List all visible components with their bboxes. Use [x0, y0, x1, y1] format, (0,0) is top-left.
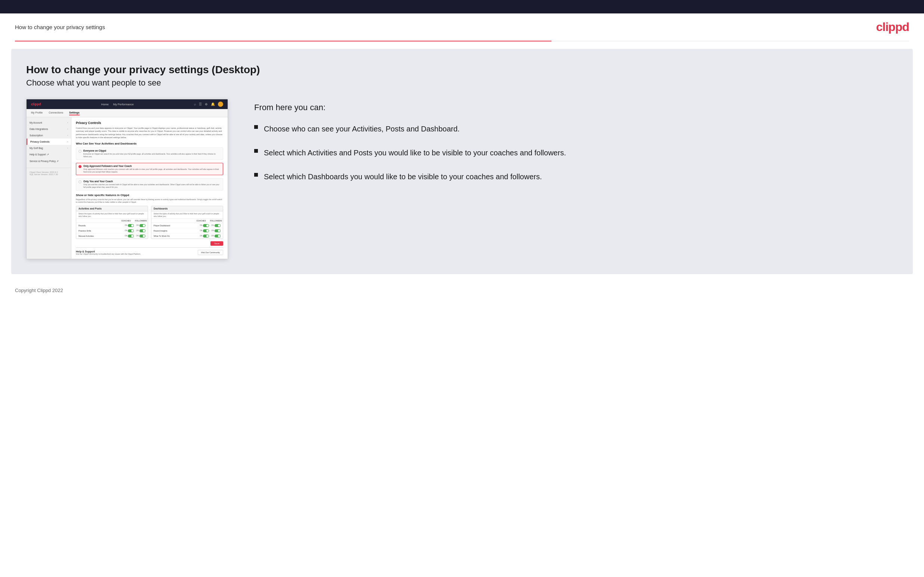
community-button[interactable]: Visit Our Community — [198, 250, 223, 255]
radio-everyone[interactable]: Everyone on Clippd Everyone on Clippd ca… — [76, 148, 223, 160]
app-main-panel: Privacy Controls Control how you and you… — [71, 117, 228, 259]
what-to-work-label: What To Work On — [153, 235, 170, 237]
activities-col-header: Activities and Posts — [76, 206, 148, 211]
what-followers-switch[interactable] — [215, 235, 221, 237]
player-followers-switch[interactable] — [215, 224, 221, 227]
sidebar-label-golfbag: My Golf Bag — [29, 147, 43, 149]
sidebar-label-privacy-policy: Service & Privacy Policy ↗ — [29, 160, 59, 163]
rounds-label: Rounds — [79, 224, 86, 227]
radio-only-you[interactable]: Only You and Your Coach Only you and the… — [76, 178, 223, 190]
sidebar-label-account: My Account — [29, 121, 42, 124]
app-nav-performance[interactable]: My Performance — [113, 103, 134, 106]
app-nav-home[interactable]: Home — [101, 103, 109, 106]
content-columns: clippd Home My Performance ⌕ ☰ ⊕ 🔔 — [26, 99, 898, 259]
activities-col-desc: Select the types of activity that you'd … — [76, 211, 148, 219]
manual-coaches-switch[interactable] — [128, 235, 134, 237]
dashboards-col-labels: COACHES FOLLOWERS — [151, 219, 223, 223]
page-subheading: Choose what you want people to see — [26, 78, 898, 88]
subnav-settings[interactable]: Settings — [69, 111, 80, 115]
sidebar-item-golfbag[interactable]: My Golf Bag › — [27, 145, 71, 151]
round-coaches-switch[interactable] — [203, 229, 209, 232]
dashboards-col-desc: Select the types of activity that you'd … — [151, 211, 223, 219]
radio-desc-only-you: Only you and the coaches you connect wit… — [83, 184, 221, 189]
rounds-followers-toggle[interactable]: ON — [136, 224, 145, 227]
bullet-square-3 — [254, 173, 258, 177]
radio-dot-everyone — [79, 150, 81, 153]
what-coaches-text: ON — [200, 235, 203, 237]
round-coaches-text: ON — [200, 230, 203, 232]
sidebar-item-subscription[interactable]: Subscription › — [27, 132, 71, 139]
round-followers-switch[interactable] — [215, 229, 221, 232]
what-to-work-row: What To Work On ON ON — [151, 234, 223, 239]
dashboards-column: Dashboards Select the types of activity … — [151, 206, 223, 239]
sql-version: SQL Server Version: 2022.7.30 — [29, 173, 68, 176]
what-coaches-switch[interactable] — [203, 235, 209, 237]
help-section: Help & Support Visit our Clippd communit… — [76, 247, 223, 255]
rounds-toggles: ON ON — [125, 224, 146, 227]
rounds-followers-switch[interactable] — [139, 224, 145, 227]
sidebar-item-integrations[interactable]: Data Integrations › — [27, 126, 71, 132]
subnav-connections[interactable]: Connections — [48, 111, 63, 115]
practice-coaches-switch[interactable] — [128, 229, 134, 232]
bullet-square-2 — [254, 149, 258, 153]
radio-approved[interactable]: Only Approved Followers and Your Coach O… — [76, 163, 223, 175]
followers-label-activities: FOLLOWERS — [135, 219, 145, 222]
radio-desc-everyone: Everyone on Clippd can search for you an… — [83, 153, 221, 158]
followers-label-dashboards: FOLLOWERS — [210, 219, 221, 222]
sidebar-item-privacy-policy[interactable]: Service & Privacy Policy ↗ — [27, 158, 71, 165]
search-icon[interactable]: ⌕ — [194, 102, 196, 106]
app-body: My Account › Data Integrations › Subscri… — [27, 117, 228, 259]
manual-activities-row: Manual Activities ON ON — [76, 234, 148, 239]
sidebar-item-account[interactable]: My Account › — [27, 119, 71, 126]
privacy-controls-title: Privacy Controls — [76, 121, 223, 125]
practice-coaches-toggle[interactable]: ON — [125, 229, 134, 232]
manual-activities-label: Manual Activities — [79, 235, 94, 237]
practice-followers-switch[interactable] — [139, 229, 145, 232]
round-coaches-toggle[interactable]: ON — [200, 229, 209, 232]
bullet-text-1: Choose who can see your Activities, Post… — [264, 124, 460, 134]
sidebar-label-help: Help & Support ↗ — [29, 153, 49, 156]
bullet-text-2: Select which Activities and Posts you wo… — [264, 148, 566, 158]
bullet-item-2: Select which Activities and Posts you wo… — [254, 148, 898, 158]
from-here-title: From here you can: — [254, 103, 898, 113]
app-navbar: clippd Home My Performance ⌕ ☰ ⊕ 🔔 — [27, 99, 228, 109]
player-coaches-switch[interactable] — [203, 224, 209, 227]
top-bar — [0, 0, 924, 13]
sidebar-item-help[interactable]: Help & Support ↗ — [27, 151, 71, 158]
help-text-group: Help & Support Visit our Clippd communit… — [76, 250, 141, 255]
help-desc: Visit our Clippd community to troublesho… — [76, 253, 141, 255]
save-button[interactable]: Save — [210, 241, 223, 246]
manual-followers-switch[interactable] — [139, 235, 145, 237]
footer: Copyright Clippd 2022 — [0, 282, 924, 299]
showhide-desc: Regardless of the privacy controls that … — [76, 198, 223, 203]
radio-dot-approved — [79, 165, 81, 168]
main-content: How to change your privacy settings (Des… — [11, 49, 913, 274]
chevron-icon-golfbag: › — [67, 147, 68, 149]
sidebar-label-privacy: Privacy Controls — [30, 140, 50, 143]
header-title: How to change your privacy settings — [15, 24, 105, 30]
what-followers-toggle[interactable]: ON — [211, 235, 221, 237]
header: How to change your privacy settings clip… — [0, 13, 924, 41]
grid-icon[interactable]: ☰ — [199, 102, 202, 106]
rounds-coaches-on-text: ON — [125, 224, 128, 226]
practice-followers-toggle[interactable]: ON — [136, 229, 145, 232]
rounds-row: Rounds ON ON — [76, 223, 148, 228]
rounds-coaches-switch[interactable] — [128, 224, 134, 227]
what-coaches-toggle[interactable]: ON — [200, 235, 209, 237]
bullet-list: Choose who can see your Activities, Post… — [254, 124, 898, 182]
app-nav-links: Home My Performance — [101, 103, 134, 106]
bullet-item-1: Choose who can see your Activities, Post… — [254, 124, 898, 134]
globe-icon[interactable]: ⊕ — [205, 102, 208, 106]
manual-coaches-toggle[interactable]: ON — [125, 235, 134, 237]
bell-icon[interactable]: 🔔 — [211, 102, 215, 106]
privacy-controls-desc: Control how you and your data appears to… — [76, 127, 223, 139]
practice-drills-row: Practice Drills ON ON — [76, 228, 148, 234]
rounds-coaches-toggle[interactable]: ON — [125, 224, 134, 227]
player-followers-toggle[interactable]: ON — [211, 224, 221, 227]
subnav-profile[interactable]: My Profile — [31, 111, 43, 115]
round-followers-toggle[interactable]: ON — [211, 229, 221, 232]
player-coaches-toggle[interactable]: ON — [200, 224, 209, 227]
sidebar-item-privacy[interactable]: Privacy Controls › — [27, 139, 71, 145]
manual-followers-toggle[interactable]: ON — [136, 235, 145, 237]
avatar[interactable] — [218, 102, 223, 107]
